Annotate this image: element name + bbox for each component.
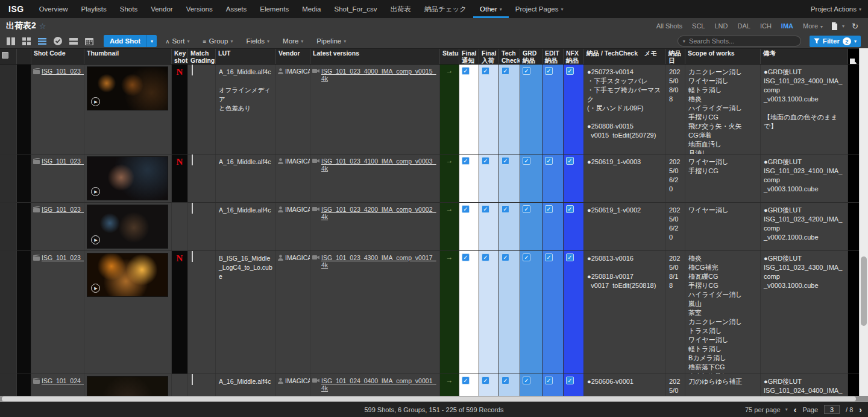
view-calendar-icon[interactable] [83,36,95,46]
nfx-nohin-checkbox[interactable]: ✓ [566,253,574,261]
tech-check-checkbox[interactable]: ✓ [502,253,509,261]
shot-code-link[interactable]: ISG_101_023_4100 [42,158,84,165]
play-icon[interactable]: ▶ [91,97,100,106]
nav-item-elements[interactable]: Elements [253,0,295,18]
add-shot-button[interactable]: Add Shot ▾ [104,35,157,47]
grd-nohin-checkbox[interactable]: ✓ [523,377,530,384]
status-cell[interactable]: → [440,203,459,250]
add-column-icon[interactable] [850,59,857,65]
tech-check-checkbox[interactable]: ✓ [502,67,509,75]
header-shot-code[interactable]: Shot Code [31,49,84,64]
nav-item-vendor[interactable]: Vendor [144,0,179,18]
tab-more[interactable]: More▾ [803,22,823,30]
nav-item-assets[interactable]: Assets [219,0,254,18]
nav-item-other[interactable]: Other ▾ [473,0,509,18]
view-list-icon[interactable] [36,36,48,46]
latest-version-link[interactable]: ISG_101_023_4300_IMA_comp_v0017_4k [321,254,438,269]
next-page-button[interactable]: › [859,405,862,415]
tab-lnd[interactable]: LND [714,22,728,30]
search-scope-dropdown-icon[interactable]: ▾ [683,39,685,44]
fields-menu[interactable]: Fields▾ [241,37,274,45]
final-tsuchi-checkbox[interactable]: ✓ [462,67,470,75]
header-thumbnail[interactable]: Thumbnail [84,49,172,64]
vertical-scrollbar[interactable] [859,48,868,396]
shot-code-link[interactable]: ISG_101_023_4200 [42,206,84,213]
sort-menu[interactable]: ∧Sort▾ [160,37,194,45]
edit-nohin-checkbox[interactable]: ✓ [545,67,553,75]
group-menu[interactable]: ≡Group▾ [198,37,238,45]
status-cell[interactable]: → [440,154,459,202]
tab-dal[interactable]: DAL [737,22,750,30]
grd-nohin-checkbox[interactable]: ✓ [523,157,530,165]
filter-button[interactable]: Filter 2 ▾ [810,36,861,47]
nav-item-shukkahyo[interactable]: 出荷表 [383,0,418,18]
status-cell[interactable]: → [440,374,459,396]
row-selector[interactable] [0,203,17,250]
shot-thumbnail[interactable]: ▶ [87,376,168,396]
view-columns-icon[interactable] [5,36,17,46]
row-selector[interactable] [0,65,17,154]
final-nyuka-checkbox[interactable]: ✓ [482,253,489,261]
header-tech-check[interactable]: Tech Check [499,49,520,64]
row-selector[interactable] [0,154,17,202]
project-actions-menu[interactable]: Project Actions ▾ [804,0,868,18]
vendor-link[interactable]: IMAGICA [285,254,310,261]
page-number-input[interactable] [824,405,840,414]
match-grading-checkbox[interactable] [192,203,193,214]
header-memo[interactable]: 納品 / TechCheck メモ [584,49,666,64]
shot-thumbnail[interactable]: ▶ [87,156,168,200]
row-selector[interactable] [0,374,17,396]
tab-all-shots[interactable]: All Shots [656,22,682,30]
vertical-scrollbar-thumb[interactable] [861,256,867,326]
nfx-nohin-checkbox[interactable]: ✓ [566,377,574,384]
header-biko[interactable]: 備考 [761,49,848,64]
vendor-link[interactable]: IMAGICA [285,158,310,165]
tech-check-checkbox[interactable]: ✓ [502,377,509,384]
header-vendor[interactable]: Vendor [276,49,310,64]
final-tsuchi-checkbox[interactable]: ✓ [462,157,470,165]
horizontal-scrollbar[interactable] [0,396,868,402]
latest-version-link[interactable]: ISG_101_024_0400_IMA_comp_v0001_4k [321,377,438,392]
match-grading-checkbox[interactable] [192,65,193,75]
vendor-link[interactable]: IMAGICA [285,206,310,213]
project-logo[interactable]: ISG [0,0,33,18]
header-status[interactable]: Status [440,49,459,64]
vendor-link[interactable]: IMAGICA [285,68,310,75]
edit-nohin-checkbox[interactable]: ✓ [545,205,553,213]
play-icon[interactable]: ▶ [91,284,100,293]
header-key-shots[interactable]: Key shots [172,49,188,64]
final-tsuchi-checkbox[interactable]: ✓ [462,377,470,384]
favorite-star-icon[interactable]: ☆ [39,22,46,31]
edit-nohin-checkbox[interactable]: ✓ [545,253,553,261]
latest-version-link[interactable]: ISG_101_023_4000_IMA_comp_v0015_4k [321,68,438,82]
header-grd-nohin[interactable]: GRD 納品 [520,49,542,64]
latest-version-link[interactable]: ISG_101_023_4200_IMA_comp_v0002_4k [321,206,438,220]
grd-nohin-checkbox[interactable]: ✓ [523,67,530,75]
header-scope-of-works[interactable]: Scope of works [685,49,761,64]
header-lut[interactable]: LUT [216,49,276,64]
nfx-nohin-checkbox[interactable]: ✓ [566,157,574,165]
match-grading-checkbox[interactable] [192,374,193,385]
header-nfx-nohin[interactable]: NFX 納品 [564,49,584,64]
more-menu[interactable]: More▾ [278,37,308,45]
select-all-checkbox[interactable] [2,52,8,59]
per-page-selector[interactable]: 75 per page ▾ [745,406,788,413]
status-cell[interactable]: → [440,65,459,154]
header-edit-nohin[interactable]: EDIT 納品 [542,49,564,64]
header-final-nyuka[interactable]: Final 入荷 [479,49,499,64]
tech-check-checkbox[interactable]: ✓ [502,157,509,165]
nfx-nohin-checkbox[interactable]: ✓ [566,67,574,75]
shot-thumbnail[interactable]: ▶ [87,66,168,110]
shot-thumbnail[interactable]: ▶ [87,205,168,249]
grd-nohin-checkbox[interactable]: ✓ [523,253,530,261]
shot-code-link[interactable]: ISG_101_024_0400 [42,377,84,384]
horizontal-scrollbar-thumb[interactable] [2,396,856,401]
header-final-tsuchi[interactable]: Final 通知 [459,49,479,64]
edit-nohin-checkbox[interactable]: ✓ [545,377,553,384]
search-box[interactable]: ▾ [678,36,801,46]
final-nyuka-checkbox[interactable]: ✓ [482,157,489,165]
nav-item-versions[interactable]: Versions [180,0,219,18]
header-flag[interactable] [17,49,31,64]
nfx-nohin-checkbox[interactable]: ✓ [566,205,574,213]
tab-scl[interactable]: SCL [692,22,705,30]
